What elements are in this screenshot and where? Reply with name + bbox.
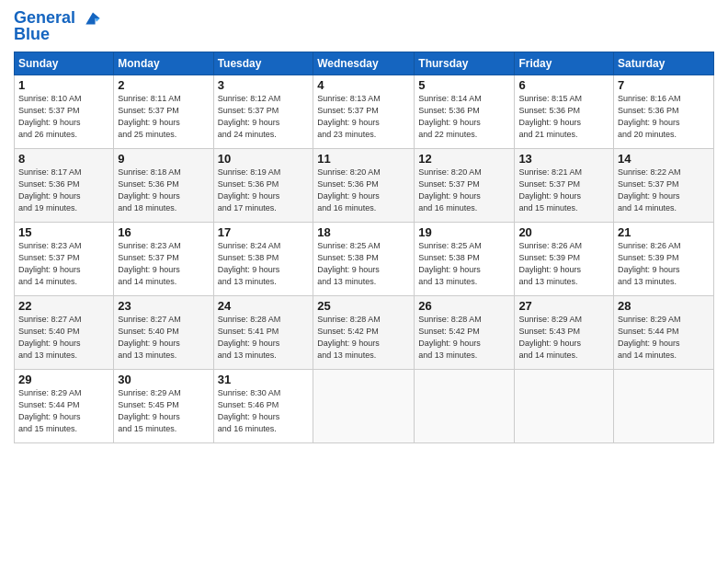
day-info: Sunrise: 8:15 AMSunset: 5:36 PMDaylight:… bbox=[518, 94, 582, 139]
day-number: 8 bbox=[18, 152, 109, 166]
day-number: 28 bbox=[618, 299, 710, 313]
calendar-cell: 26 Sunrise: 8:28 AMSunset: 5:42 PMDaylig… bbox=[415, 295, 515, 369]
day-info: Sunrise: 8:24 AMSunset: 5:38 PMDaylight:… bbox=[218, 241, 281, 286]
day-info: Sunrise: 8:29 AMSunset: 5:44 PMDaylight:… bbox=[618, 315, 681, 360]
day-info: Sunrise: 8:25 AMSunset: 5:38 PMDaylight:… bbox=[317, 241, 381, 286]
col-header-sunday: Sunday bbox=[15, 52, 114, 75]
day-number: 30 bbox=[118, 373, 209, 386]
day-number: 21 bbox=[618, 225, 710, 239]
col-header-thursday: Thursday bbox=[415, 52, 515, 75]
day-info: Sunrise: 8:28 AMSunset: 5:42 PMDaylight:… bbox=[317, 315, 381, 360]
calendar-cell: 18 Sunrise: 8:25 AMSunset: 5:38 PMDaylig… bbox=[313, 222, 415, 295]
day-info: Sunrise: 8:11 AMSunset: 5:37 PMDaylight:… bbox=[118, 94, 181, 139]
day-info: Sunrise: 8:26 AMSunset: 5:39 PMDaylight:… bbox=[618, 241, 681, 286]
col-header-saturday: Saturday bbox=[614, 52, 714, 75]
calendar-cell: 6 Sunrise: 8:15 AMSunset: 5:36 PMDayligh… bbox=[515, 75, 614, 148]
calendar-cell: 4 Sunrise: 8:13 AMSunset: 5:37 PMDayligh… bbox=[313, 75, 415, 148]
day-info: Sunrise: 8:21 AMSunset: 5:37 PMDaylight:… bbox=[518, 167, 582, 213]
day-number: 14 bbox=[618, 152, 710, 166]
calendar-cell: 25 Sunrise: 8:28 AMSunset: 5:42 PMDaylig… bbox=[313, 295, 415, 369]
calendar-cell: 10 Sunrise: 8:19 AMSunset: 5:36 PMDaylig… bbox=[213, 148, 313, 222]
day-info: Sunrise: 8:20 AMSunset: 5:36 PMDaylight:… bbox=[317, 167, 381, 213]
logo-line1: General bbox=[14, 8, 75, 27]
col-header-friday: Friday bbox=[515, 52, 614, 75]
day-number: 12 bbox=[418, 152, 510, 166]
day-number: 5 bbox=[418, 78, 510, 92]
calendar-cell: 14 Sunrise: 8:22 AMSunset: 5:37 PMDaylig… bbox=[614, 148, 714, 222]
day-number: 6 bbox=[518, 78, 609, 92]
calendar-cell bbox=[415, 369, 515, 442]
col-header-tuesday: Tuesday bbox=[213, 52, 313, 75]
calendar-cell: 20 Sunrise: 8:26 AMSunset: 5:39 PMDaylig… bbox=[515, 222, 614, 295]
day-info: Sunrise: 8:29 AMSunset: 5:44 PMDaylight:… bbox=[18, 388, 82, 433]
calendar-cell: 3 Sunrise: 8:12 AMSunset: 5:37 PMDayligh… bbox=[213, 75, 313, 148]
day-info: Sunrise: 8:29 AMSunset: 5:43 PMDaylight:… bbox=[518, 315, 582, 360]
day-number: 10 bbox=[218, 152, 310, 166]
day-info: Sunrise: 8:23 AMSunset: 5:37 PMDaylight:… bbox=[118, 241, 181, 286]
day-info: Sunrise: 8:20 AMSunset: 5:37 PMDaylight:… bbox=[418, 167, 482, 213]
day-info: Sunrise: 8:13 AMSunset: 5:37 PMDaylight:… bbox=[317, 94, 381, 139]
col-header-wednesday: Wednesday bbox=[313, 52, 415, 75]
day-number: 20 bbox=[518, 225, 609, 239]
day-info: Sunrise: 8:16 AMSunset: 5:36 PMDaylight:… bbox=[618, 94, 681, 139]
day-number: 18 bbox=[317, 225, 410, 239]
calendar-cell: 30 Sunrise: 8:29 AMSunset: 5:45 PMDaylig… bbox=[114, 369, 213, 442]
day-number: 23 bbox=[118, 299, 209, 313]
calendar-cell: 29 Sunrise: 8:29 AMSunset: 5:44 PMDaylig… bbox=[15, 369, 114, 442]
day-info: Sunrise: 8:25 AMSunset: 5:38 PMDaylight:… bbox=[418, 241, 482, 286]
calendar-cell: 2 Sunrise: 8:11 AMSunset: 5:37 PMDayligh… bbox=[114, 75, 213, 148]
calendar-cell: 12 Sunrise: 8:20 AMSunset: 5:37 PMDaylig… bbox=[415, 148, 515, 222]
day-number: 11 bbox=[317, 152, 410, 166]
calendar-cell: 31 Sunrise: 8:30 AMSunset: 5:46 PMDaylig… bbox=[213, 369, 313, 442]
day-number: 29 bbox=[18, 373, 109, 386]
day-info: Sunrise: 8:29 AMSunset: 5:45 PMDaylight:… bbox=[118, 388, 181, 433]
logo-line2: Blue bbox=[14, 26, 103, 44]
day-number: 19 bbox=[418, 225, 510, 239]
day-number: 1 bbox=[18, 78, 109, 92]
day-number: 15 bbox=[18, 225, 109, 239]
calendar-cell: 21 Sunrise: 8:26 AMSunset: 5:39 PMDaylig… bbox=[614, 222, 714, 295]
day-info: Sunrise: 8:19 AMSunset: 5:36 PMDaylight:… bbox=[218, 167, 281, 213]
day-info: Sunrise: 8:28 AMSunset: 5:41 PMDaylight:… bbox=[218, 315, 281, 360]
calendar-cell bbox=[515, 369, 614, 442]
day-number: 31 bbox=[218, 373, 310, 386]
calendar-cell: 28 Sunrise: 8:29 AMSunset: 5:44 PMDaylig… bbox=[614, 295, 714, 369]
calendar-cell bbox=[313, 369, 415, 442]
calendar-cell: 11 Sunrise: 8:20 AMSunset: 5:36 PMDaylig… bbox=[313, 148, 415, 222]
day-number: 16 bbox=[118, 225, 209, 239]
day-info: Sunrise: 8:27 AMSunset: 5:40 PMDaylight:… bbox=[118, 315, 181, 360]
day-number: 24 bbox=[218, 299, 310, 313]
day-info: Sunrise: 8:30 AMSunset: 5:46 PMDaylight:… bbox=[218, 388, 281, 433]
day-number: 4 bbox=[317, 78, 410, 92]
day-info: Sunrise: 8:23 AMSunset: 5:37 PMDaylight:… bbox=[18, 241, 82, 286]
calendar-cell: 5 Sunrise: 8:14 AMSunset: 5:36 PMDayligh… bbox=[415, 75, 515, 148]
day-number: 17 bbox=[218, 225, 310, 239]
calendar-cell: 15 Sunrise: 8:23 AMSunset: 5:37 PMDaylig… bbox=[15, 222, 114, 295]
day-number: 25 bbox=[317, 299, 410, 313]
day-info: Sunrise: 8:17 AMSunset: 5:36 PMDaylight:… bbox=[18, 167, 82, 213]
day-number: 7 bbox=[618, 78, 710, 92]
day-number: 9 bbox=[118, 152, 209, 166]
day-number: 13 bbox=[518, 152, 609, 166]
svg-marker-1 bbox=[96, 18, 100, 22]
day-info: Sunrise: 8:22 AMSunset: 5:37 PMDaylight:… bbox=[618, 167, 681, 213]
day-info: Sunrise: 8:27 AMSunset: 5:40 PMDaylight:… bbox=[18, 315, 82, 360]
calendar-cell bbox=[614, 369, 714, 442]
calendar-cell: 16 Sunrise: 8:23 AMSunset: 5:37 PMDaylig… bbox=[114, 222, 213, 295]
day-info: Sunrise: 8:12 AMSunset: 5:37 PMDaylight:… bbox=[218, 94, 281, 139]
day-number: 3 bbox=[218, 78, 310, 92]
calendar-cell: 23 Sunrise: 8:27 AMSunset: 5:40 PMDaylig… bbox=[114, 295, 213, 369]
calendar-cell: 27 Sunrise: 8:29 AMSunset: 5:43 PMDaylig… bbox=[515, 295, 614, 369]
calendar-cell: 17 Sunrise: 8:24 AMSunset: 5:38 PMDaylig… bbox=[213, 222, 313, 295]
day-number: 27 bbox=[518, 299, 609, 313]
calendar-cell: 8 Sunrise: 8:17 AMSunset: 5:36 PMDayligh… bbox=[15, 148, 114, 222]
calendar-cell: 9 Sunrise: 8:18 AMSunset: 5:36 PMDayligh… bbox=[114, 148, 213, 222]
day-info: Sunrise: 8:14 AMSunset: 5:36 PMDaylight:… bbox=[418, 94, 482, 139]
day-info: Sunrise: 8:18 AMSunset: 5:36 PMDaylight:… bbox=[118, 167, 181, 213]
day-number: 22 bbox=[18, 299, 109, 313]
calendar-cell: 22 Sunrise: 8:27 AMSunset: 5:40 PMDaylig… bbox=[15, 295, 114, 369]
calendar-cell: 19 Sunrise: 8:25 AMSunset: 5:38 PMDaylig… bbox=[415, 222, 515, 295]
day-number: 26 bbox=[418, 299, 510, 313]
day-info: Sunrise: 8:26 AMSunset: 5:39 PMDaylight:… bbox=[518, 241, 582, 286]
day-info: Sunrise: 8:10 AMSunset: 5:37 PMDaylight:… bbox=[18, 94, 82, 139]
